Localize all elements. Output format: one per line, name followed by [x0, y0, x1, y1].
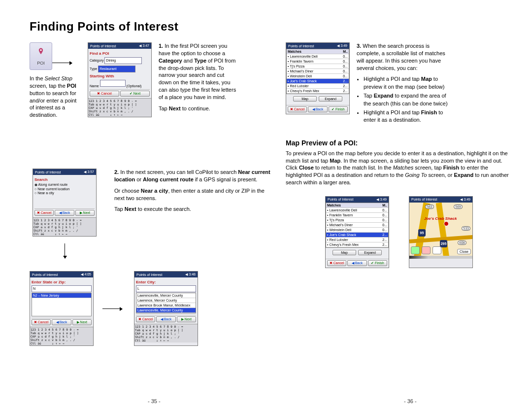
- svg-point-0: [40, 49, 41, 51]
- map-canvas: 95 295 583 569 533 608 Joe's Crab Shack …: [409, 203, 472, 256]
- poi-marker-icon: [444, 221, 449, 226]
- step-2-text: 2. In the next screen, you can tell CoPi…: [114, 169, 271, 217]
- poi-icon-button: POI: [30, 42, 52, 70]
- arrow-right-icon: [52, 63, 72, 63]
- section-map-preview-title: Map Preview of a POI:: [286, 139, 512, 147]
- row-r2: Points of Interest◀ 3:49 MatchesM.. ▪ La…: [286, 196, 512, 268]
- screenshot-find-poi: Points of Interest◀ 3:47 Find a POI Cate…: [88, 42, 152, 117]
- manual-page: Finding Points of Interest POI In the Se…: [0, 0, 532, 411]
- poi-btn-label: POI: [37, 61, 45, 66]
- arrow-down-icon: [65, 243, 65, 258]
- screenshot-search: Points of Interest◀ 3:57 Search ◉ Along …: [33, 169, 97, 237]
- map-controls: [411, 246, 441, 254]
- screenshot-map-preview: Points of Interest◀ 3:49 95 295 583 569 …: [409, 196, 473, 268]
- right-column: Points of Interest◀ 3:49 MatchesM.. ▪ La…: [286, 42, 512, 346]
- screenshot-enter-state: Points of Interest◀ 4:05 Enter State or …: [30, 271, 94, 346]
- left-column: POI In the Select Stop screen, tap the P…: [30, 42, 271, 346]
- arrow-right-icon: [102, 308, 122, 309]
- columns: POI In the Select Stop screen, tap the P…: [30, 42, 512, 346]
- step-3-text: 3. When the search process is complete, …: [357, 42, 450, 128]
- row-1: POI In the Select Stop screen, tap the P…: [30, 42, 271, 158]
- page-number-right: - 36 -: [404, 398, 417, 404]
- map-preview-text: To preview a POI on the map before you d…: [286, 150, 512, 186]
- choices-list: Highlight a POI and tap Map to preview i…: [357, 75, 450, 124]
- close-button: Close: [457, 249, 471, 254]
- row-3: Points of Interest◀ 4:05 Enter State or …: [30, 271, 271, 346]
- intro-text: In the Select Stop screen, tap the POI b…: [30, 75, 79, 154]
- interstate-shield-icon: 95: [418, 229, 426, 237]
- screenshot-matches: Points of Interest◀ 3:49 MatchesM.. ▪ La…: [286, 42, 350, 114]
- screenshot-matches-2: Points of Interest◀ 3:49 MatchesM.. ▪ La…: [325, 196, 389, 268]
- row-r1: Points of Interest◀ 3:49 MatchesM.. ▪ La…: [286, 42, 512, 128]
- balloon-icon: [36, 47, 46, 57]
- screenshot-enter-city: Points of Interest◀ 3:48 Enter City: L L…: [134, 271, 198, 346]
- poi-label: Joe's Crab Shack: [424, 216, 457, 221]
- page-number-left: - 35 -: [148, 398, 161, 404]
- zoom-slider: [409, 256, 472, 259]
- step-1-text: 1. In the first POI screen you have the …: [159, 42, 237, 116]
- page-title: Finding Points of Interest: [30, 20, 512, 34]
- row-2: Points of Interest◀ 3:57 Search ◉ Along …: [30, 169, 271, 260]
